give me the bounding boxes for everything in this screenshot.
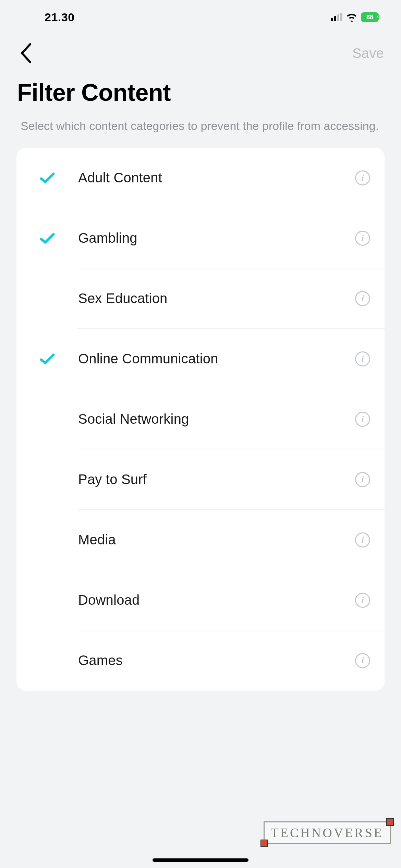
category-row[interactable]: Mediai: [16, 510, 385, 570]
check-slot: [16, 231, 78, 245]
info-button[interactable]: i: [355, 351, 370, 366]
category-label: Download: [78, 592, 355, 608]
back-button[interactable]: [19, 42, 33, 64]
info-button[interactable]: i: [355, 653, 370, 668]
page-title: Filter Content: [0, 72, 401, 118]
info-button[interactable]: i: [355, 472, 370, 487]
chevron-left-icon: [19, 42, 33, 64]
category-row[interactable]: Downloadi: [16, 570, 385, 630]
status-indicators: 88 ⚡︎: [331, 12, 380, 22]
chip-icon: [386, 818, 394, 826]
category-row[interactable]: Online Communicationi: [16, 329, 385, 389]
category-row[interactable]: Sex Educationi: [16, 268, 385, 329]
info-icon: i: [361, 656, 364, 665]
category-label: Adult Content: [78, 170, 355, 185]
check-icon: [39, 171, 56, 185]
watermark: TECHNOVERSE: [264, 821, 391, 844]
category-row[interactable]: Pay to Surfi: [16, 449, 385, 510]
watermark-text: TECHNOVERSE: [271, 825, 384, 840]
info-icon: i: [361, 354, 364, 363]
page-subtitle: Select which content categories to preve…: [0, 118, 401, 148]
info-button[interactable]: i: [355, 412, 370, 427]
category-label: Social Networking: [78, 411, 355, 427]
status-time: 21.30: [45, 11, 75, 24]
info-button[interactable]: i: [355, 593, 370, 608]
category-row[interactable]: Gamblingi: [16, 208, 385, 268]
category-row[interactable]: Social Networkingi: [16, 389, 385, 449]
home-indicator[interactable]: [153, 858, 248, 862]
chip-icon: [260, 840, 268, 847]
info-button[interactable]: i: [355, 231, 370, 246]
info-icon: i: [361, 294, 364, 303]
category-label: Media: [78, 532, 355, 547]
status-bar: 21.30 88 ⚡︎: [0, 0, 401, 34]
info-icon: i: [361, 173, 364, 182]
info-button[interactable]: i: [355, 532, 370, 547]
category-label: Online Communication: [78, 351, 355, 366]
info-button[interactable]: i: [355, 170, 370, 185]
info-icon: i: [361, 234, 364, 243]
category-label: Gambling: [78, 230, 355, 246]
info-icon: i: [361, 596, 364, 605]
info-icon: i: [361, 475, 364, 484]
wifi-icon: [346, 13, 357, 22]
check-icon: [39, 352, 56, 366]
category-label: Pay to Surf: [78, 472, 355, 487]
check-icon: [39, 231, 56, 245]
charging-bolt-icon: ⚡︎: [376, 15, 379, 20]
category-label: Sex Education: [78, 291, 355, 306]
cellular-signal-icon: [331, 13, 342, 21]
battery-icon: 88 ⚡︎: [361, 12, 380, 22]
nav-bar: Save: [0, 34, 401, 72]
info-icon: i: [361, 415, 364, 424]
category-label: Games: [78, 653, 355, 668]
category-list: Adult ContentiGamblingiSex EducationiOnl…: [16, 148, 385, 691]
info-button[interactable]: i: [355, 291, 370, 306]
save-button[interactable]: Save: [352, 46, 384, 61]
check-slot: [16, 352, 78, 366]
battery-percentage: 88: [366, 14, 373, 21]
check-slot: [16, 171, 78, 185]
category-row[interactable]: Gamesi: [16, 630, 385, 691]
info-icon: i: [361, 535, 364, 544]
category-row[interactable]: Adult Contenti: [16, 148, 385, 208]
